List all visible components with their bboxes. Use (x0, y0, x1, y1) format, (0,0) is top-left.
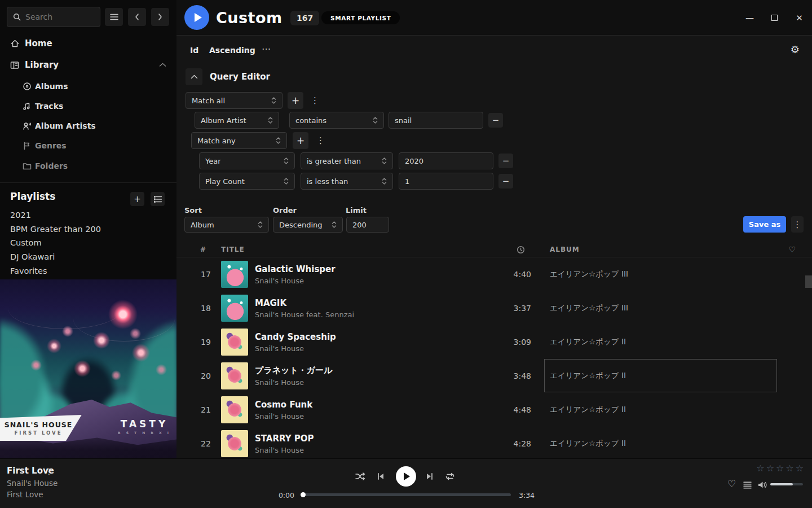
playlist-item-custom[interactable]: Custom (10, 236, 42, 249)
play-pause-button[interactable] (396, 466, 416, 487)
select-value: Match all (192, 97, 225, 105)
add-playlist-button[interactable]: + (130, 192, 144, 206)
track-row[interactable]: 20 プラネット・ガール Snail's House 3:48 エイリアン☆ポッ… (176, 359, 812, 393)
next-button[interactable] (426, 472, 434, 480)
menu-button[interactable] (105, 8, 123, 26)
star-icon[interactable]: ☆ (785, 464, 793, 473)
maximize-button[interactable] (770, 13, 779, 23)
star-icon[interactable]: ☆ (766, 464, 774, 473)
playlist-options-button[interactable] (151, 192, 165, 206)
now-playing-menu-button[interactable]: ⋮ (45, 467, 53, 476)
sidebar-item-tracks[interactable]: Tracks (0, 98, 176, 115)
rule-field-select[interactable]: Play Count (199, 173, 295, 190)
save-menu-button[interactable]: ⋮ (791, 216, 804, 233)
chevron-up-icon[interactable] (159, 63, 166, 67)
list-more-button[interactable]: ⋯ (262, 43, 271, 54)
track-row[interactable]: 18 MAGIK Snail's House feat. Sennzai 3:3… (176, 291, 812, 325)
save-as-button[interactable]: Save as (743, 216, 786, 233)
volume-slider[interactable] (770, 483, 803, 485)
list-sort-direction[interactable]: Ascending (209, 46, 255, 55)
search-input[interactable] (7, 7, 100, 27)
playlist-item-dj-okawari[interactable]: DJ Okawari (10, 250, 55, 264)
column-number[interactable]: # (200, 242, 206, 257)
track-row[interactable]: 21 Cosmo Funk Snail's House 4:48 エイリアン☆ポ… (176, 393, 812, 427)
previous-button[interactable] (377, 472, 385, 480)
rule-field-select[interactable]: Album Artist (195, 112, 279, 129)
page-title: Custom (216, 0, 283, 36)
sidebar-item-album-artists[interactable]: Album Artists (0, 117, 176, 134)
sort-select[interactable]: Album (184, 217, 269, 233)
seek-handle[interactable] (301, 492, 306, 497)
sidebar-item-folders[interactable]: Folders (0, 157, 176, 174)
query-editor-collapse-button[interactable] (186, 68, 202, 85)
column-title[interactable]: TITLE (221, 242, 245, 257)
sidebar-item-library[interactable]: Library (0, 56, 176, 73)
remove-rule-button[interactable]: − (498, 174, 513, 189)
queue-button[interactable] (743, 481, 752, 489)
settings-gear-icon[interactable]: ⚙ (791, 45, 800, 55)
list-sort-field[interactable]: Id (190, 46, 198, 55)
back-button[interactable] (128, 8, 146, 26)
track-row[interactable]: 17 Galactic Whisper Snail's House 4:40 エ… (176, 257, 812, 291)
track-cover-art (221, 430, 248, 457)
plus-icon: + (134, 194, 141, 204)
volume-icon (758, 481, 767, 489)
track-artist: Snail's House feat. Sennzai (255, 310, 497, 319)
star-icon[interactable]: ☆ (756, 464, 764, 473)
order-select[interactable]: Descending (273, 217, 343, 233)
select-caret-icon (268, 116, 273, 124)
sidebar-item-home[interactable]: Home (0, 35, 176, 52)
star-icon[interactable]: ☆ (796, 464, 804, 473)
search-field[interactable] (25, 12, 87, 21)
track-duration: 3:48 (497, 371, 531, 380)
star-icon[interactable]: ☆ (776, 464, 784, 473)
rule-value-input[interactable] (389, 112, 483, 129)
rule-value-input[interactable] (399, 152, 493, 169)
track-row[interactable]: 22 STARRY POP Snail's House 4:28 エイリアン☆ポ… (176, 427, 812, 458)
group-menu-button[interactable]: ⋮ (311, 92, 319, 109)
playlist-item-favorites[interactable]: Favorites (10, 264, 47, 278)
match-all-select[interactable]: Match all (186, 92, 283, 109)
repeat-button[interactable] (445, 472, 455, 480)
close-button[interactable]: ✕ (795, 13, 804, 23)
playlist-item-bpm[interactable]: BPM Greater than 200 (10, 222, 101, 236)
add-rule-button[interactable]: + (288, 92, 303, 109)
sidebar-item-label: Album Artists (35, 121, 96, 130)
rule-value-input[interactable] (399, 173, 493, 190)
sidebar-item-genres[interactable]: Genres (0, 137, 176, 154)
previous-icon (377, 472, 385, 480)
seek-bar[interactable] (301, 493, 511, 496)
playlist-item-2021[interactable]: 2021 (10, 208, 31, 222)
rule-field-select[interactable]: Year (199, 152, 295, 169)
rule-operator-select[interactable]: contains (289, 112, 384, 129)
add-rule-button[interactable]: + (293, 132, 308, 149)
select-value: is greater than (307, 157, 361, 165)
remove-rule-button[interactable]: − (488, 113, 503, 128)
shuffle-button[interactable] (355, 472, 366, 480)
scrollbar-thumb[interactable] (805, 275, 812, 288)
group-menu-button[interactable]: ⋮ (316, 132, 325, 149)
volume-button[interactable] (758, 481, 767, 489)
rule-operator-select[interactable]: is greater than (301, 152, 393, 169)
sidebar-item-albums[interactable]: Albums (0, 78, 176, 95)
match-any-select[interactable]: Match any (191, 132, 287, 149)
column-duration[interactable] (517, 242, 525, 257)
select-caret-icon (382, 157, 387, 165)
main-panel: Custom 167 SMART PLAYLIST — ✕ Id Ascendi… (176, 0, 812, 458)
play-playlist-button[interactable] (184, 5, 209, 30)
artwork-artist: SNAIL'S HOUSE (5, 421, 73, 429)
sort-label: Sort (184, 206, 202, 214)
track-row[interactable]: 19 Candy Spaceship Snail's House 3:09 エイ… (176, 325, 812, 359)
limit-input[interactable] (346, 217, 389, 233)
column-album[interactable]: ALBUM (550, 242, 580, 257)
track-number: 20 (195, 371, 217, 380)
forward-button[interactable] (151, 8, 169, 26)
window-controls: — ✕ (745, 13, 804, 23)
track-artist: Snail's House (255, 378, 497, 387)
minimize-button[interactable]: — (745, 13, 754, 23)
column-favorite[interactable]: ♡ (788, 242, 796, 257)
limit-label: Limit (346, 206, 367, 214)
remove-rule-button[interactable]: − (498, 154, 513, 168)
rule-operator-select[interactable]: is less than (301, 173, 393, 190)
favorite-button[interactable]: ♡ (727, 479, 736, 489)
